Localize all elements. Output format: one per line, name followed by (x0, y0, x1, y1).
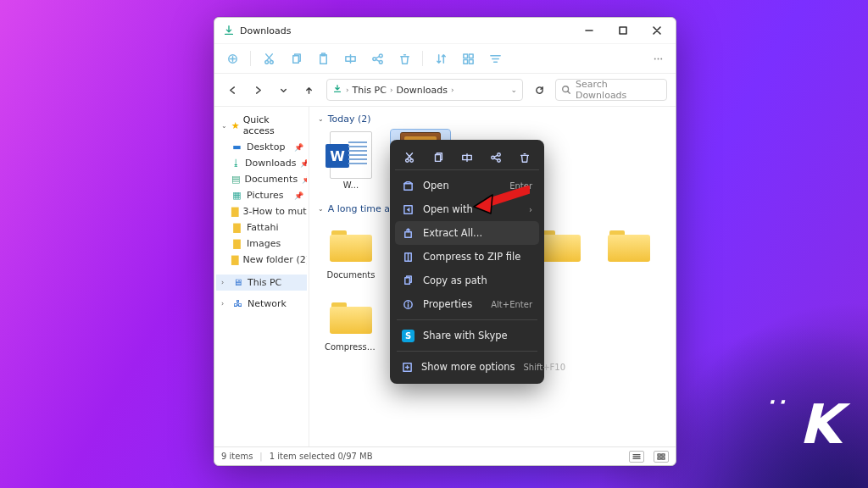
ctx-compress[interactable]: Compress to ZIP file (395, 245, 539, 269)
file-folder[interactable]: Compressed (321, 291, 381, 355)
close-button[interactable] (640, 19, 674, 42)
ctx-share-skype[interactable]: SShare with Skype (395, 324, 539, 347)
search-icon (561, 85, 571, 95)
more-button[interactable] (647, 47, 669, 69)
icons-view-button[interactable] (654, 451, 669, 463)
svg-rect-22 (662, 457, 665, 458)
ctx-share-icon[interactable] (486, 147, 506, 168)
up-button[interactable] (299, 80, 318, 99)
refresh-button[interactable] (530, 80, 548, 99)
maximize-button[interactable] (606, 19, 640, 42)
delete-button[interactable] (393, 47, 415, 69)
ctx-extract-all[interactable]: Extract All... (395, 221, 539, 245)
folder-icon (608, 228, 650, 262)
pin-icon: 📌 (294, 191, 303, 200)
share-button[interactable] (366, 47, 388, 69)
ctx-copy-path[interactable]: Copy as path (395, 269, 539, 292)
svg-rect-34 (405, 277, 410, 283)
svg-rect-14 (469, 59, 473, 64)
svg-rect-13 (463, 59, 467, 64)
svg-rect-19 (658, 453, 660, 455)
file-folder[interactable]: Documents (321, 219, 381, 283)
svg-point-15 (654, 58, 655, 59)
word-document-icon: W (330, 131, 372, 179)
chevron-right-icon: › (346, 86, 349, 94)
new-button[interactable] (221, 47, 243, 69)
view-button[interactable] (457, 47, 479, 69)
sidebar-item-this-pc[interactable]: ›🖥This PC (216, 274, 307, 291)
cut-button[interactable] (258, 47, 280, 69)
command-toolbar (214, 43, 676, 74)
breadcrumb-folder[interactable]: Downloads (397, 85, 448, 96)
title-bar: Downloads (214, 18, 676, 43)
chevron-right-icon: › (390, 86, 393, 94)
sidebar-item-pictures[interactable]: ▦Pictures📌 (216, 187, 307, 203)
chevron-down-icon: ⌄ (318, 115, 324, 123)
folder-icon (538, 228, 581, 262)
open-icon (402, 180, 415, 192)
watermark-logo: K (798, 393, 837, 456)
recent-dropdown[interactable] (274, 80, 292, 99)
sidebar-item-folder[interactable]: ▇Images (216, 236, 307, 252)
sidebar-item-downloads[interactable]: ⭳Downloads📌 (216, 155, 307, 171)
rename-button[interactable] (339, 47, 361, 69)
status-bar: 9 items | 1 item selected 0/97 MB (214, 446, 676, 465)
downloads-icon (332, 84, 342, 97)
folder-icon (330, 300, 372, 334)
file-folder[interactable] (599, 219, 659, 283)
svg-rect-4 (292, 55, 298, 62)
ctx-cut-icon[interactable] (399, 147, 420, 168)
back-button[interactable] (223, 80, 242, 99)
ctx-copy-icon[interactable] (428, 147, 448, 168)
sidebar-item-network[interactable]: ›🖧Network (216, 296, 307, 312)
chevron-down-icon: ⌄ (318, 205, 324, 213)
ctx-open[interactable]: OpenEnter (395, 174, 539, 197)
pictures-icon: ▦ (231, 190, 242, 201)
chevron-right-icon: › (221, 279, 228, 286)
svg-rect-25 (436, 154, 441, 161)
ctx-delete-icon[interactable] (515, 147, 535, 168)
folder-icon: ▇ (231, 254, 238, 265)
folder-icon: ▇ (231, 222, 242, 233)
breadcrumb-root[interactable]: This PC (353, 85, 387, 96)
forward-button[interactable] (248, 80, 267, 99)
paste-button[interactable] (312, 47, 334, 69)
star-icon: ★ (231, 120, 240, 131)
filter-button[interactable] (484, 47, 506, 69)
sidebar-quick-access[interactable]: ⌄ ★ Quick access (216, 112, 307, 139)
more-icon (402, 361, 413, 374)
folder-icon: ▇ (231, 238, 242, 249)
pin-icon: 📌 (294, 143, 303, 152)
ctx-open-with[interactable]: Open with› (395, 197, 539, 221)
desktop-icon: ▬ (231, 141, 242, 152)
search-box[interactable]: Search Downloads (555, 79, 667, 101)
svg-rect-20 (662, 453, 665, 455)
ctx-properties[interactable]: PropertiesAlt+Enter (395, 292, 539, 316)
address-row: › This PC › Downloads › ⌄ Search Downloa… (214, 74, 676, 106)
properties-icon (402, 298, 415, 311)
copy-button[interactable] (285, 47, 307, 69)
sidebar-item-desktop[interactable]: ▬Desktop📌 (216, 139, 307, 155)
details-view-button[interactable] (629, 451, 644, 463)
copy-path-icon (402, 274, 415, 287)
address-bar[interactable]: › This PC › Downloads › ⌄ (326, 79, 523, 101)
status-selection: 1 item selected 0/97 MB (270, 452, 373, 461)
chevron-down-icon[interactable]: ⌄ (510, 86, 517, 94)
ctx-rename-icon[interactable] (457, 147, 477, 168)
sidebar-item-folder[interactable]: ▇New folder (2) (216, 252, 307, 268)
svg-rect-0 (620, 27, 626, 34)
chevron-right-icon: › (221, 300, 228, 308)
minimize-button[interactable] (572, 19, 606, 42)
svg-rect-21 (658, 457, 660, 458)
sidebar-item-folder[interactable]: ▇Fattahi (216, 219, 307, 236)
svg-rect-32 (405, 231, 411, 237)
ctx-show-more[interactable]: Show more optionsShift+F10 (395, 355, 539, 379)
open-with-icon (402, 203, 415, 216)
group-header-today[interactable]: ⌄Today (2) (318, 112, 667, 130)
sidebar-item-documents[interactable]: ▤Documents📌 (216, 171, 307, 187)
documents-icon: ▤ (231, 174, 240, 185)
sidebar-item-folder[interactable]: ▇3-How to mute pe (216, 203, 307, 219)
file-word-document[interactable]: W W... (321, 130, 381, 193)
sort-button[interactable] (430, 47, 452, 69)
pc-icon: 🖥 (232, 277, 243, 288)
